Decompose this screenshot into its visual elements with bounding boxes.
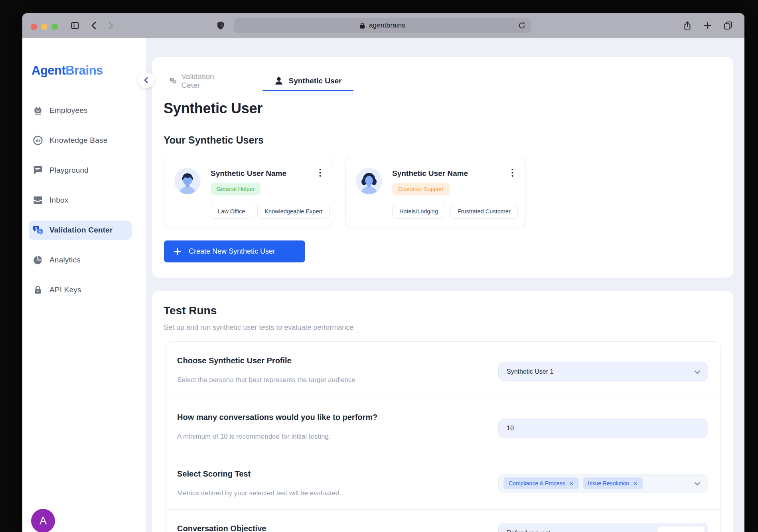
minimize-window-button[interactable] [41,24,47,30]
objective-value: Refund request [507,530,550,532]
sidebar-item-label: Knowledge Base [49,136,107,145]
svg-text:Q: Q [171,78,172,81]
sidebar-item-playground[interactable]: Playground [29,161,132,180]
chip-label: Issue Resolution [588,480,630,487]
synthetic-user-card[interactable]: Synthetic User Name General Helper Law O… [164,157,333,227]
tag-chip: Hotels/Lodging [392,204,445,219]
selected-test-chip: Compliance & Process ✕ [503,477,579,489]
app-sidebar: AgentBrains Employees [22,38,146,532]
scoring-test-multiselect[interactable]: Compliance & Process ✕ Issue Resolution … [498,474,708,493]
form-row-objective: Conversation Objective Refund request Ge… [166,510,720,532]
sidebar-item-knowledge-base[interactable]: Knowledge Base [29,131,132,150]
form-row-conversations: How many conversations would you like to… [166,398,720,455]
conversations-count-input[interactable]: 10 [498,419,708,437]
chevron-down-icon [694,482,701,486]
robot-icon [33,105,43,116]
test-runs-panel: Test Runs Set up and run synthetic user … [152,291,733,532]
form-row-profile: Choose Synthetic User Profile Select the… [166,342,720,398]
female-avatar [356,168,382,194]
section-title: Your Synthetic Users [164,134,264,146]
agentbrains-logo[interactable]: AgentBrains [32,63,103,78]
user-avatar[interactable]: A [31,509,55,532]
sidebar-item-label: Validation Center [49,226,113,234]
row-label: Choose Synthetic User Profile [177,356,292,365]
tag-chip: Law Office [211,204,252,219]
person-icon [274,76,284,86]
new-tab-icon[interactable] [703,21,713,30]
chevron-left-icon [143,77,149,83]
conversation-objective-input[interactable]: Refund request Generate [498,523,708,532]
sidebar-toggle-icon[interactable] [70,21,80,30]
padlock-icon [33,285,43,295]
synthetic-user-name: Synthetic User Name [211,169,286,178]
main-content: Q A Validation Ceter Synthetic User [146,38,744,532]
inbox-icon [33,195,43,205]
remove-chip-icon[interactable]: ✕ [569,481,574,487]
card-menu-icon[interactable] [317,168,323,177]
role-badge: Customer Support [392,183,450,195]
form-row-scoring: Select Scoring Test Metrics defined by y… [166,455,720,510]
role-badge: General Helper [211,183,261,195]
browser-toolbar: agentbrains [22,13,744,38]
pie-chart-icon [33,255,43,265]
zoom-window-button[interactable] [51,24,58,30]
synthetic-user-card[interactable]: Synthetic User Name Customer Support Hot… [345,157,525,227]
sidebar-item-label: API Keys [49,286,81,294]
conversations-count-value: 10 [507,425,514,432]
sidebar-item-label: Playground [49,166,89,175]
sidebar-item-validation-center[interactable]: Q A Validation Center [29,221,132,240]
sidebar-item-label: Employees [49,106,88,115]
sidebar-item-api-keys[interactable]: API Keys [29,280,132,299]
sidebar-item-inbox[interactable]: Inbox [29,191,132,210]
chevron-down-icon [694,370,701,374]
sidebar-item-label: Analytics [49,256,81,264]
privacy-shield-icon[interactable] [216,21,225,30]
svg-text:Q: Q [35,226,37,230]
row-description: Select the persona that best represents … [177,376,355,384]
card-menu-icon[interactable] [509,168,515,177]
selected-test-chip: Issue Resolution ✕ [583,477,643,489]
generate-button[interactable]: Generate [657,526,705,532]
tab-synthetic-user[interactable]: Synthetic User [263,73,353,89]
sidebar-menu: Employees Knowledge Base [29,101,132,310]
tab-label: Synthetic User [288,77,341,85]
knowledge-base-icon [33,135,43,146]
row-label: Select Scoring Test [177,469,251,479]
sidebar-item-analytics[interactable]: Analytics [29,250,132,270]
chip-label: Compliance & Process [509,480,565,487]
remove-chip-icon[interactable]: ✕ [633,481,638,487]
create-synthetic-user-button[interactable]: Create New Synthetic User [164,240,305,262]
collapse-sidebar-button[interactable] [138,72,154,88]
user-avatar-initial: A [39,515,47,527]
synthetic-user-name: Synthetic User Name [392,169,468,178]
page-title: Synthetic User [164,100,263,117]
qa-bubbles-icon: Q A [33,225,43,235]
synthetic-user-panel: Q A Validation Ceter Synthetic User [152,57,733,278]
row-description: A minimum of 10 is recommended for initi… [177,433,331,441]
row-description: Metrics defined by your selected test wi… [177,489,341,497]
reload-icon[interactable] [517,21,526,30]
sidebar-item-label: Inbox [49,196,68,205]
qa-bubbles-icon: Q A [170,76,177,86]
profile-select[interactable]: Synthetic User 1 [498,363,708,381]
row-label: How many conversations would you like to… [177,413,377,422]
tab-validation-center[interactable]: Q A Validation Ceter [170,73,217,89]
forward-icon[interactable] [106,21,115,30]
profile-select-value: Synthetic User 1 [507,368,553,375]
back-icon[interactable] [89,21,99,30]
sidebar-item-employees[interactable]: Employees [29,101,132,120]
close-window-button[interactable] [31,24,37,30]
test-runs-subtitle: Set up and run synthetic user tests to e… [164,323,353,332]
tab-overview-icon[interactable] [723,21,733,30]
male-avatar [174,168,201,194]
chat-bubble-icon [33,165,43,175]
address-bar[interactable]: agentbrains [234,18,531,33]
tag-chip: Frustrated Customer [450,204,518,219]
svg-text:A: A [39,230,41,233]
tag-chip: Knowledgeable Expert [257,204,330,219]
test-runs-title: Test Runs [164,304,217,317]
create-button-label: Create New Synthetic User [189,247,275,256]
lock-icon [359,22,365,29]
svg-text:A: A [174,81,175,83]
share-icon[interactable] [683,21,692,30]
